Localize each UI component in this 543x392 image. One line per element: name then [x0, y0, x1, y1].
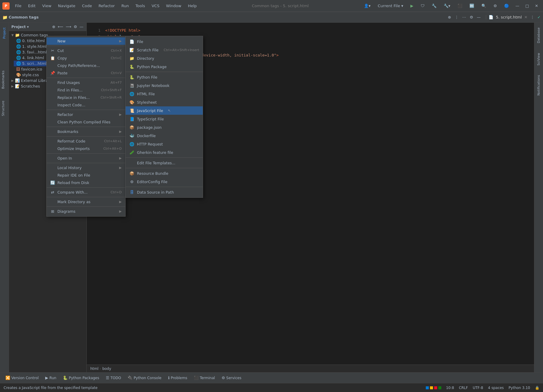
project-label[interactable]: Project ▾: [11, 25, 29, 29]
sm-item-file[interactable]: 📄 File: [126, 37, 203, 46]
sm-item-html[interactable]: 🌐 HTML File: [126, 90, 203, 98]
sm-item-directory[interactable]: 📁 Directory: [126, 54, 203, 62]
tree-settings-icon[interactable]: ⚙: [73, 24, 78, 30]
sm-item-editorconfig[interactable]: ⚙ EditorConfig File: [126, 177, 203, 186]
search-button[interactable]: 🔍: [478, 2, 489, 9]
sm-item-scratch-file[interactable]: 📝 Scratch File Ctrl+Alt+Shift+Insert: [126, 46, 203, 54]
coverage-button[interactable]: 🛡: [418, 2, 428, 9]
close-button[interactable]: ✕: [533, 2, 541, 9]
cm-item-inspect-code[interactable]: Inspect Code...: [47, 101, 125, 109]
menu-refactor[interactable]: Refactor: [95, 2, 118, 9]
sm-item-data-source[interactable]: 🗄 Data Source in Path: [126, 188, 203, 196]
cm-item-repair-ide[interactable]: Repair IDE on File: [47, 172, 125, 179]
cm-item-diagrams[interactable]: ⊞ Diagrams ▶: [47, 208, 125, 215]
encoding[interactable]: UTF-8: [473, 386, 483, 390]
tab-version-control[interactable]: 🔀 Version Control: [2, 374, 42, 381]
cm-item-find-usages[interactable]: Find Usages Alt+F7: [47, 79, 125, 86]
sm-item-gherkin[interactable]: 🥒 Gherkin feature file: [126, 148, 203, 157]
tab-run[interactable]: ▶ Run: [42, 374, 59, 381]
collapse-icon[interactable]: ⋮: [454, 14, 459, 20]
tab-python-packages[interactable]: 🐍 Python Packages: [60, 374, 102, 381]
sm-item-javascript[interactable]: 📜 JavaScript File ↖: [126, 106, 203, 115]
account-button[interactable]: 👤▾: [361, 2, 374, 9]
menu-navigate[interactable]: Navigate: [55, 2, 78, 9]
tab-services[interactable]: ⚙ Services: [219, 374, 244, 381]
sidebar-tab-project[interactable]: Project: [1, 25, 7, 41]
menu-code[interactable]: Code: [79, 2, 95, 9]
sidebar-tab-database[interactable]: Database: [536, 25, 542, 46]
cm-item-clean-python[interactable]: Clean Python Compiled Files: [47, 118, 125, 126]
cm-item-bookmarks[interactable]: Bookmarks ▶: [47, 128, 125, 135]
run-button[interactable]: ▶: [408, 2, 417, 9]
collapse-all-icon[interactable]: ⟵: [57, 24, 64, 30]
line-ending[interactable]: CRLF: [459, 386, 468, 390]
sm-item-resource-bundle[interactable]: 📦 Resource Bundle: [126, 169, 203, 177]
hide-panel-icon[interactable]: —: [79, 24, 84, 30]
menu-view[interactable]: View: [39, 2, 54, 9]
new-file-icon[interactable]: ⊕: [447, 14, 452, 20]
sidebar-tab-sciview[interactable]: SciView: [536, 50, 542, 68]
cm-item-copy-path[interactable]: Copy Path/Reference...: [47, 62, 125, 69]
config-icon[interactable]: ⚙: [469, 14, 474, 20]
hide-icon[interactable]: —: [476, 14, 481, 20]
translate-button[interactable]: 🔤: [466, 2, 477, 9]
sm-item-edit-templates[interactable]: Edit File Templates...: [126, 159, 203, 167]
sm-item-stylesheet[interactable]: 🎨 Stylesheet: [126, 98, 203, 106]
maximize-button[interactable]: □: [523, 2, 531, 9]
tab-problems[interactable]: ℹ Problems: [165, 374, 190, 381]
menu-file[interactable]: File: [12, 2, 25, 9]
indent-setting[interactable]: 4 spaces: [488, 386, 504, 390]
cm-item-replace-in-files[interactable]: Replace in Files... Ctrl+Shift+R: [47, 94, 125, 101]
settings-button[interactable]: ⚙: [490, 2, 500, 9]
cursor-position[interactable]: 10:8: [446, 386, 454, 390]
cm-item-local-history[interactable]: Local History ▶: [47, 164, 125, 172]
tab-terminal[interactable]: ⬛ Terminal: [191, 374, 218, 381]
shortcut-optimize: Ctrl+Alt+O: [103, 147, 122, 151]
cm-item-copy[interactable]: 📋 Copy Ctrl+C: [47, 54, 125, 62]
lock-icon[interactable]: 🔒: [535, 386, 539, 390]
tab-close-icon[interactable]: ✕: [524, 15, 527, 19]
tab-todo[interactable]: ☰ TODO: [103, 374, 124, 381]
cm-item-compare-with[interactable]: ⇄ Compare With... Ctrl+D: [47, 189, 125, 196]
cm-item-reload-disk[interactable]: 🔄 Reload from Disk: [47, 179, 125, 186]
breadcrumb-body[interactable]: body: [102, 367, 111, 371]
stop-button[interactable]: ⬛: [454, 2, 465, 9]
cm-item-mark-dir[interactable]: Mark Directory as ▶: [47, 198, 125, 206]
menu-tools[interactable]: Tools: [132, 2, 148, 9]
minimize-button[interactable]: —: [513, 2, 522, 9]
expand-all-icon[interactable]: ⟶: [65, 24, 72, 30]
sidebar-tab-bookmarks[interactable]: Bookmarks: [0, 68, 9, 91]
cm-item-find-in-files[interactable]: Find in Files... Ctrl+Shift+F: [47, 86, 125, 94]
sidebar-tab-structure[interactable]: Structure: [0, 98, 9, 118]
sm-item-jupyter[interactable]: 📓 Jupyter Notebook: [126, 81, 203, 90]
breadcrumb-html[interactable]: html: [90, 367, 98, 371]
sidebar-tab-notifications[interactable]: Notifications: [536, 73, 542, 98]
more-run-button[interactable]: 🔧▾: [441, 2, 454, 9]
menu-vcs[interactable]: VCS: [149, 2, 162, 9]
cm-item-new[interactable]: New ▶: [47, 37, 125, 45]
tab-python-console[interactable]: 🔌 Python Console: [125, 374, 164, 381]
cm-item-paste[interactable]: 📌 Paste Ctrl+V: [47, 69, 125, 77]
expand-icon[interactable]: ⋯: [462, 14, 467, 20]
menu-edit[interactable]: Edit: [25, 2, 39, 9]
sm-item-python-file[interactable]: 🐍 Python File: [126, 73, 203, 81]
sm-item-package-json[interactable]: 📦 package.json: [126, 123, 203, 131]
cm-item-refactor[interactable]: Refactor ▶: [47, 111, 125, 118]
sm-item-http-request[interactable]: 🌐 HTTP Request: [126, 140, 203, 148]
sm-item-typescript[interactable]: 📘 TypeScript File: [126, 115, 203, 123]
menu-run[interactable]: Run: [118, 2, 132, 9]
python-version[interactable]: Python 3.10: [509, 386, 530, 390]
sm-item-dockerfile[interactable]: 🐳 Dockerfile: [126, 131, 203, 140]
cm-item-reformat[interactable]: Reformat Code Ctrl+Alt+L: [47, 137, 125, 145]
active-tab-label[interactable]: 5. script.html: [496, 15, 522, 19]
menu-window[interactable]: Window: [163, 2, 184, 9]
profile-button[interactable]: 🔧: [429, 2, 440, 9]
cm-item-open-in[interactable]: Open In ▶: [47, 154, 125, 162]
current-file-button[interactable]: Current File ▾: [375, 2, 406, 9]
menu-help[interactable]: Help: [185, 2, 200, 9]
new-element-icon[interactable]: ⊕: [51, 24, 56, 30]
cm-item-optimize-imports[interactable]: Optimize Imports Ctrl+Alt+O: [47, 145, 125, 152]
sm-item-python-package[interactable]: 🐍 Python Package: [126, 62, 203, 71]
more-tabs-icon[interactable]: ⋮: [530, 14, 535, 20]
cm-item-cut[interactable]: ✂ Cut Ctrl+X: [47, 47, 125, 54]
